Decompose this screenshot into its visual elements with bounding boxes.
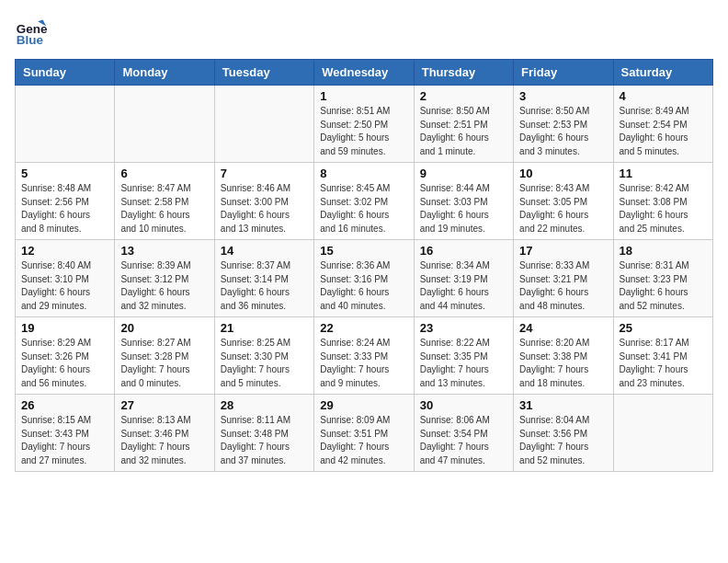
- logo-icon: General Blue: [15, 15, 48, 48]
- day-cell: 1Sunrise: 8:51 AMSunset: 2:50 PMDaylight…: [314, 86, 414, 163]
- week-row-3: 12Sunrise: 8:40 AMSunset: 3:10 PMDayligh…: [16, 240, 713, 317]
- day-number: 12: [21, 244, 108, 258]
- day-info: Sunrise: 8:24 AMSunset: 3:33 PMDaylight:…: [320, 337, 407, 390]
- day-info: Sunrise: 8:29 AMSunset: 3:26 PMDaylight:…: [21, 337, 108, 390]
- day-cell: 4Sunrise: 8:49 AMSunset: 2:54 PMDaylight…: [613, 86, 712, 163]
- day-info: Sunrise: 8:44 AMSunset: 3:03 PMDaylight:…: [420, 182, 507, 236]
- col-header-wednesday: Wednesday: [314, 60, 414, 86]
- day-info: Sunrise: 8:13 AMSunset: 3:46 PMDaylight:…: [120, 414, 208, 467]
- day-info: Sunrise: 8:34 AMSunset: 3:19 PMDaylight:…: [420, 259, 507, 313]
- day-cell: 12Sunrise: 8:40 AMSunset: 3:10 PMDayligh…: [16, 240, 115, 317]
- day-info: Sunrise: 8:40 AMSunset: 3:10 PMDaylight:…: [21, 259, 108, 313]
- page-header: General Blue: [15, 15, 713, 48]
- day-info: Sunrise: 8:36 AMSunset: 3:16 PMDaylight:…: [320, 259, 407, 313]
- day-info: Sunrise: 8:06 AMSunset: 3:54 PMDaylight:…: [420, 414, 507, 467]
- day-cell: [214, 86, 313, 163]
- day-number: 21: [221, 321, 308, 335]
- week-row-4: 19Sunrise: 8:29 AMSunset: 3:26 PMDayligh…: [16, 317, 713, 395]
- day-number: 23: [420, 321, 507, 335]
- day-number: 6: [120, 167, 208, 180]
- day-number: 16: [420, 244, 507, 258]
- day-number: 13: [120, 244, 208, 258]
- day-info: Sunrise: 8:09 AMSunset: 3:51 PMDaylight:…: [320, 414, 407, 467]
- day-info: Sunrise: 8:31 AMSunset: 3:23 PMDaylight:…: [620, 259, 707, 313]
- day-number: 10: [519, 167, 607, 180]
- day-number: 2: [420, 89, 507, 103]
- day-cell: 8Sunrise: 8:45 AMSunset: 3:02 PMDaylight…: [314, 163, 414, 240]
- day-number: 22: [320, 321, 407, 335]
- day-info: Sunrise: 8:33 AMSunset: 3:21 PMDaylight:…: [519, 259, 607, 313]
- day-number: 24: [519, 321, 607, 335]
- day-cell: 20Sunrise: 8:27 AMSunset: 3:28 PMDayligh…: [115, 317, 214, 395]
- day-info: Sunrise: 8:39 AMSunset: 3:12 PMDaylight:…: [120, 259, 208, 313]
- logo: General Blue: [15, 15, 53, 48]
- day-info: Sunrise: 8:15 AMSunset: 3:43 PMDaylight:…: [21, 414, 108, 467]
- day-number: 18: [620, 244, 707, 258]
- day-info: Sunrise: 8:46 AMSunset: 3:00 PMDaylight:…: [221, 182, 308, 236]
- day-info: Sunrise: 8:27 AMSunset: 3:28 PMDaylight:…: [120, 337, 208, 390]
- day-number: 14: [221, 244, 308, 258]
- day-number: 28: [221, 398, 308, 412]
- day-number: 26: [21, 398, 108, 412]
- day-cell: 31Sunrise: 8:04 AMSunset: 3:56 PMDayligh…: [514, 395, 613, 472]
- day-number: 31: [519, 398, 607, 412]
- day-cell: 14Sunrise: 8:37 AMSunset: 3:14 PMDayligh…: [214, 240, 313, 317]
- day-number: 11: [620, 167, 707, 180]
- day-number: 20: [120, 321, 208, 335]
- day-number: 9: [420, 167, 507, 180]
- day-info: Sunrise: 8:51 AMSunset: 2:50 PMDaylight:…: [320, 105, 407, 158]
- day-cell: 29Sunrise: 8:09 AMSunset: 3:51 PMDayligh…: [314, 395, 414, 472]
- day-cell: 2Sunrise: 8:50 AMSunset: 2:51 PMDaylight…: [414, 86, 513, 163]
- day-info: Sunrise: 8:50 AMSunset: 2:51 PMDaylight:…: [420, 105, 507, 158]
- calendar-header: SundayMondayTuesdayWednesdayThursdayFrid…: [16, 60, 713, 86]
- day-cell: 17Sunrise: 8:33 AMSunset: 3:21 PMDayligh…: [514, 240, 613, 317]
- day-cell: 30Sunrise: 8:06 AMSunset: 3:54 PMDayligh…: [414, 395, 513, 472]
- day-cell: 10Sunrise: 8:43 AMSunset: 3:05 PMDayligh…: [514, 163, 613, 240]
- day-cell: 27Sunrise: 8:13 AMSunset: 3:46 PMDayligh…: [115, 395, 214, 472]
- day-info: Sunrise: 8:17 AMSunset: 3:41 PMDaylight:…: [620, 337, 707, 390]
- calendar-table: SundayMondayTuesdayWednesdayThursdayFrid…: [15, 59, 713, 472]
- day-number: 8: [320, 167, 407, 180]
- day-info: Sunrise: 8:37 AMSunset: 3:14 PMDaylight:…: [221, 259, 308, 313]
- day-info: Sunrise: 8:42 AMSunset: 3:08 PMDaylight:…: [620, 182, 707, 236]
- week-row-1: 1Sunrise: 8:51 AMSunset: 2:50 PMDaylight…: [16, 86, 713, 163]
- day-cell: 16Sunrise: 8:34 AMSunset: 3:19 PMDayligh…: [414, 240, 513, 317]
- day-cell: 13Sunrise: 8:39 AMSunset: 3:12 PMDayligh…: [115, 240, 214, 317]
- day-cell: [16, 86, 115, 163]
- week-row-5: 26Sunrise: 8:15 AMSunset: 3:43 PMDayligh…: [16, 395, 713, 472]
- svg-text:Blue: Blue: [17, 33, 44, 47]
- day-number: 25: [620, 321, 707, 335]
- col-header-friday: Friday: [514, 60, 613, 86]
- day-cell: 7Sunrise: 8:46 AMSunset: 3:00 PMDaylight…: [214, 163, 313, 240]
- day-cell: 22Sunrise: 8:24 AMSunset: 3:33 PMDayligh…: [314, 317, 414, 395]
- day-info: Sunrise: 8:50 AMSunset: 2:53 PMDaylight:…: [519, 105, 607, 158]
- day-cell: 24Sunrise: 8:20 AMSunset: 3:38 PMDayligh…: [514, 317, 613, 395]
- week-row-2: 5Sunrise: 8:48 AMSunset: 2:56 PMDaylight…: [16, 163, 713, 240]
- day-number: 1: [320, 89, 407, 103]
- day-number: 5: [21, 167, 108, 180]
- day-number: 27: [120, 398, 208, 412]
- col-header-sunday: Sunday: [16, 60, 115, 86]
- day-cell: 3Sunrise: 8:50 AMSunset: 2:53 PMDaylight…: [514, 86, 613, 163]
- day-info: Sunrise: 8:25 AMSunset: 3:30 PMDaylight:…: [221, 337, 308, 390]
- day-info: Sunrise: 8:11 AMSunset: 3:48 PMDaylight:…: [221, 414, 308, 467]
- day-info: Sunrise: 8:04 AMSunset: 3:56 PMDaylight:…: [519, 414, 607, 467]
- day-number: 17: [519, 244, 607, 258]
- day-number: 7: [221, 167, 308, 180]
- day-info: Sunrise: 8:47 AMSunset: 2:58 PMDaylight:…: [120, 182, 208, 236]
- col-header-monday: Monday: [115, 60, 214, 86]
- day-number: 15: [320, 244, 407, 258]
- day-number: 4: [620, 89, 707, 103]
- day-cell: [613, 395, 712, 472]
- day-info: Sunrise: 8:20 AMSunset: 3:38 PMDaylight:…: [519, 337, 607, 390]
- day-info: Sunrise: 8:48 AMSunset: 2:56 PMDaylight:…: [21, 182, 108, 236]
- day-info: Sunrise: 8:22 AMSunset: 3:35 PMDaylight:…: [420, 337, 507, 390]
- col-header-thursday: Thursday: [414, 60, 513, 86]
- day-cell: 21Sunrise: 8:25 AMSunset: 3:30 PMDayligh…: [214, 317, 313, 395]
- day-number: 30: [420, 398, 507, 412]
- day-info: Sunrise: 8:49 AMSunset: 2:54 PMDaylight:…: [620, 105, 707, 158]
- day-info: Sunrise: 8:43 AMSunset: 3:05 PMDaylight:…: [519, 182, 607, 236]
- day-cell: 11Sunrise: 8:42 AMSunset: 3:08 PMDayligh…: [613, 163, 712, 240]
- day-cell: 19Sunrise: 8:29 AMSunset: 3:26 PMDayligh…: [16, 317, 115, 395]
- day-cell: 6Sunrise: 8:47 AMSunset: 2:58 PMDaylight…: [115, 163, 214, 240]
